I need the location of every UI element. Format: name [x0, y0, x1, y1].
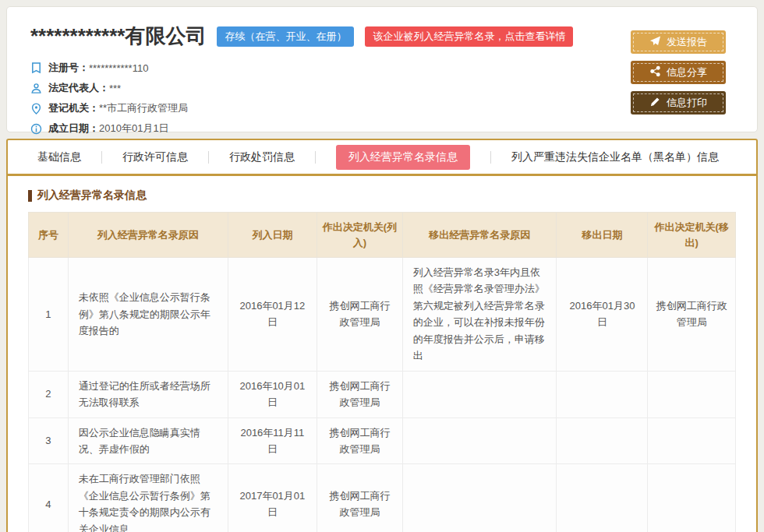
field-value: 2010年01月1日: [99, 122, 169, 136]
status-badge: 存续（在营、开业、在册）: [217, 26, 354, 47]
section-title: 列入经营异常名录信息: [28, 188, 736, 203]
location-icon: [30, 103, 42, 115]
tab-administrative-license[interactable]: 行政许可信息: [122, 145, 188, 170]
establishment-date-line: 成立日期： 2010年01月1日: [30, 118, 734, 139]
abnormal-operations-table: 序号 列入经营异常名录原因 列入日期 作出决定机关(列入) 移出经营异常名录原因…: [28, 212, 736, 532]
action-buttons: 发送报告 信息分享 信息打印: [631, 30, 726, 122]
field-label: 成立日期：: [48, 122, 99, 136]
info-icon: [30, 123, 42, 135]
cell-removal-date: 2016年01月30日: [557, 258, 648, 372]
col-header-inclusion-authority: 作出决定机关(列入): [317, 213, 403, 258]
table-row: 4 未在工商行政管理部门依照《企业信息公示暂行条例》第十条规定责令的期限内公示有…: [29, 464, 736, 532]
section-marker: [28, 190, 32, 202]
share-icon: [649, 65, 661, 79]
cell-removal-authority: [648, 417, 736, 464]
col-header-index: 序号: [29, 213, 69, 258]
legal-representative-line: 法定代表人： ***: [30, 78, 734, 98]
cell-removal-date: [557, 417, 648, 464]
action-label: 信息打印: [667, 96, 707, 110]
table-row: 1 未依照《企业信息公示暂行条例》第八条规定的期限公示年度报告的 2016年01…: [29, 258, 736, 372]
paper-plane-icon: [649, 35, 661, 49]
company-info-list: 注册号： ***********110 法定代表人： *** 登记机关： **市…: [30, 58, 734, 139]
tab-divider: [315, 151, 316, 164]
col-header-inclusion-reason: 列入经营异常名录原因: [68, 213, 228, 258]
cell-removal-reason: [402, 417, 557, 464]
cell-removal-reason: 列入经营异常名录3年内且依照《经营异常名录管理办法》第六规定被列入经营异常名录的…: [402, 258, 557, 372]
print-info-button[interactable]: 信息打印: [631, 91, 726, 115]
field-value: ***********110: [89, 62, 148, 74]
field-value: **市工商行政管理局: [99, 101, 188, 115]
cell-inclusion-reason: 通过登记的住所或者经营场所无法取得联系: [68, 371, 228, 417]
table-row: 3 因公示企业信息隐瞒真实情况、弄虚作假的 2016年11月11日 携创网工商行…: [29, 417, 736, 464]
cell-index: 3: [29, 417, 69, 464]
col-header-removal-authority: 作出决定机关(移出): [648, 213, 736, 258]
field-label: 注册号：: [48, 61, 89, 75]
cell-inclusion-date: 2017年01月01日: [228, 464, 317, 532]
tab-divider: [101, 151, 102, 164]
tab-blacklist[interactable]: 列入严重违法失信企业名单（黑名单）信息: [511, 145, 719, 170]
tab-divider: [208, 151, 209, 164]
section-title-text: 列入经营异常名录信息: [37, 188, 147, 203]
cell-inclusion-reason: 未在工商行政管理部门依照《企业信息公示暂行条例》第十条规定责令的期限内公示有关企…: [68, 464, 228, 532]
cell-inclusion-date: 2016年10月01日: [228, 371, 317, 417]
tab-abnormal-operations[interactable]: 列入经营异常名录信息: [336, 145, 470, 170]
company-header-card: ************有限公司 存续（在营、开业、在册） 该企业被列入经营异常…: [6, 6, 758, 132]
cell-removal-authority: [648, 371, 736, 417]
send-report-button[interactable]: 发送报告: [631, 30, 726, 54]
field-value: ***: [109, 83, 121, 94]
cell-removal-authority: [648, 464, 736, 532]
cell-inclusion-authority: 携创网工商行政管理局: [317, 371, 403, 417]
tab-divider: [490, 151, 491, 164]
cell-removal-date: [557, 371, 648, 417]
action-label: 发送报告: [667, 35, 707, 49]
field-label: 登记机关：: [48, 101, 99, 115]
col-header-inclusion-date: 列入日期: [228, 213, 317, 258]
action-label: 信息分享: [667, 65, 707, 79]
cell-inclusion-date: 2016年11月11日: [228, 417, 317, 464]
cell-removal-date: [557, 464, 648, 532]
cell-index: 1: [29, 258, 69, 372]
tab-administrative-penalty[interactable]: 行政处罚信息: [229, 145, 295, 170]
cell-inclusion-authority: 携创网工商行政管理局: [317, 417, 403, 464]
tab-basic-info[interactable]: 基础信息: [37, 145, 81, 170]
col-header-removal-date: 移出日期: [557, 213, 648, 258]
registration-authority-line: 登记机关： **市工商行政管理局: [30, 98, 734, 118]
title-row: ************有限公司 存续（在营、开业、在册） 该企业被列入经营异常…: [30, 23, 734, 50]
detail-panel: 基础信息 行政许可信息 行政处罚信息 列入经营异常名录信息 列入严重违法失信企业…: [6, 139, 758, 532]
share-info-button[interactable]: 信息分享: [631, 61, 726, 84]
cell-inclusion-date: 2016年01月12日: [228, 258, 317, 372]
abnormal-warning-badge[interactable]: 该企业被列入经营异常名录，点击查看详情: [365, 26, 573, 47]
cell-removal-reason: [402, 371, 557, 417]
cell-inclusion-reason: 未依照《企业信息公示暂行条例》第八条规定的期限公示年度报告的: [68, 258, 228, 372]
cell-index: 2: [29, 371, 69, 417]
cell-removal-reason: [402, 464, 557, 532]
cell-removal-authority: 携创网工商行政管理局: [648, 258, 736, 372]
cell-inclusion-authority: 携创网工商行政管理局: [317, 258, 403, 372]
certificate-icon: [30, 62, 42, 74]
cell-inclusion-authority: 携创网工商行政管理局: [317, 464, 403, 532]
registration-number-line: 注册号： ***********110: [30, 58, 734, 78]
table-row: 2 通过登记的住所或者经营场所无法取得联系 2016年10月01日 携创网工商行…: [29, 371, 736, 417]
table-header-row: 序号 列入经营异常名录原因 列入日期 作出决定机关(列入) 移出经营异常名录原因…: [29, 213, 736, 258]
tab-bar: 基础信息 行政许可信息 行政处罚信息 列入经营异常名录信息 列入严重违法失信企业…: [8, 140, 756, 176]
col-header-removal-reason: 移出经营异常名录原因: [402, 213, 557, 258]
company-name: ************有限公司: [30, 23, 206, 50]
field-label: 法定代表人：: [48, 81, 109, 95]
cell-index: 4: [29, 464, 69, 532]
person-icon: [30, 83, 42, 94]
pencil-icon: [649, 96, 661, 110]
cell-inclusion-reason: 因公示企业信息隐瞒真实情况、弄虚作假的: [68, 417, 228, 464]
tab-content: 列入经营异常名录信息 序号 列入经营异常名录原因 列入日期 作出决定机关(列入)…: [8, 176, 756, 532]
